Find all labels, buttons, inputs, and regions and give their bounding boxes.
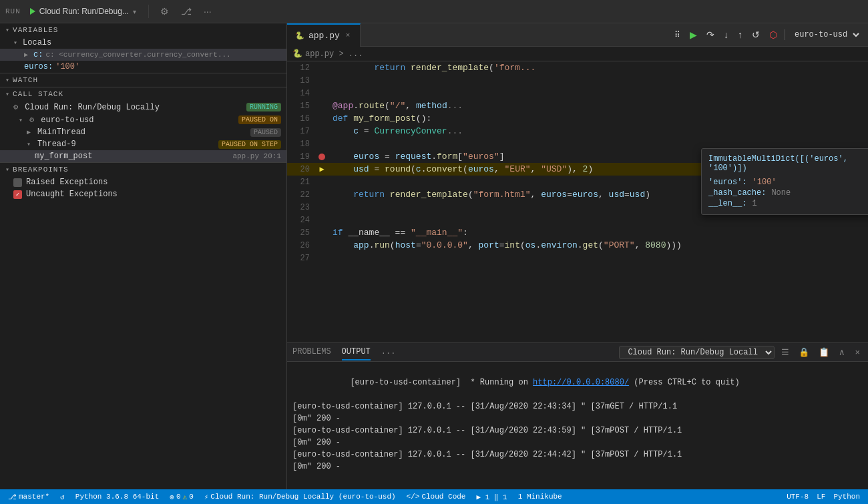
- locals-group[interactable]: ▾ Locals: [0, 37, 286, 49]
- callstack-collapse-arrow: ▾: [5, 90, 10, 98]
- run-label: RUN: [5, 7, 21, 15]
- debug-restart-button[interactable]: ↺: [748, 28, 763, 41]
- variables-collapse-arrow: ▾: [5, 26, 10, 34]
- tab-more[interactable]: ...: [381, 344, 396, 360]
- debug-step-into-button[interactable]: ↓: [720, 28, 732, 41]
- line-num-21: 21: [287, 178, 315, 187]
- c-expand-arrow: ▶: [24, 51, 28, 59]
- thread9-expand: ▾: [27, 140, 31, 148]
- run-indicator-item[interactable]: ▶ 1 ‖ 1: [473, 493, 509, 501]
- code-tag-icon: </>: [407, 493, 420, 501]
- minikube-item[interactable]: 1 Minikube: [515, 493, 565, 501]
- tab-close-button[interactable]: ×: [344, 31, 353, 40]
- output-scroll-up-button[interactable]: ∧: [836, 346, 848, 359]
- main-area: ▾ VARIABLES ▾ Locals ▶ c: c: <currency_c…: [0, 23, 868, 489]
- paused-step-badge: PAUSED ON STEP: [218, 140, 281, 149]
- euros-variable-value: '100': [55, 62, 79, 71]
- callstack-euro-usd-item[interactable]: ▾ ⚙ euro-to-usd PAUSED ON: [0, 113, 286, 126]
- line-content-12: return render_template('form...: [329, 63, 868, 73]
- chevron-down-icon: ▾: [133, 8, 136, 15]
- paused-on-badge: PAUSED ON: [238, 115, 281, 124]
- debug-continue-button[interactable]: ▶: [686, 28, 700, 41]
- tooltip-val-3: 1: [752, 199, 757, 208]
- c-variable-item[interactable]: ▶ c: c: <currency_converter.currency_con…: [0, 49, 286, 61]
- git-branch-item[interactable]: ⎇ master*: [5, 493, 52, 501]
- callstack-thread9-name: Thread-9: [37, 140, 76, 149]
- source-control-button[interactable]: ⎇: [178, 5, 195, 18]
- line-num-26: 26: [287, 241, 315, 250]
- watch-section-header[interactable]: ▾ WATCH: [0, 73, 286, 87]
- line-content-15: @app.route("/", method...: [329, 101, 868, 111]
- cloud-run-icon: ⚡: [204, 493, 209, 501]
- debug-profile-dropdown[interactable]: euro-to-usd: [789, 28, 861, 41]
- editor-tabs: 🐍 app.py × ⠿ ▶ ↷ ↓ ↑ ↺ ⬡ euro-to-usd: [287, 23, 868, 47]
- language-item[interactable]: Python: [831, 493, 863, 501]
- tab-problems[interactable]: PROBLEMS: [292, 344, 331, 360]
- encoding-item[interactable]: UTF-8: [784, 493, 811, 501]
- code-line-27: 27: [287, 252, 868, 264]
- tooltip-key-1: 'euros':: [708, 178, 747, 187]
- breadcrumb-file: app.py > ...: [305, 49, 363, 59]
- breakpoint-dot-19[interactable]: [318, 154, 325, 160]
- settings-button[interactable]: ⚙: [157, 5, 172, 18]
- line-num-19: 19: [287, 152, 315, 162]
- callstack-main-thread-item[interactable]: ▶ MainThread PAUSED: [0, 126, 286, 138]
- callstack-frame-my_form_post[interactable]: my_form_post app.py 20:1: [0, 150, 286, 162]
- line-num-15: 15: [287, 101, 315, 111]
- uncaught-exceptions-checkbox[interactable]: ✓: [13, 190, 22, 199]
- debug-grid-button[interactable]: ⠿: [671, 29, 684, 41]
- toolbar-separator: [785, 29, 785, 40]
- cloud-run-item[interactable]: ⚡ Cloud Run: Run/Debug Locally (euro-to-…: [202, 493, 399, 501]
- encoding-label: UTF-8: [787, 493, 809, 501]
- output-copy-button[interactable]: 📋: [816, 346, 832, 359]
- debug-step-over-button[interactable]: ↷: [703, 28, 718, 41]
- language-label: Python: [833, 493, 860, 501]
- code-editor[interactable]: ImmutableMultiDict([('euros', '100')]) '…: [287, 61, 868, 342]
- tab-app-py[interactable]: 🐍 app.py ×: [287, 23, 361, 47]
- euros-variable-item[interactable]: euros: '100': [0, 61, 286, 73]
- uncaught-exceptions-item[interactable]: ✓ Uncaught Exceptions: [0, 188, 286, 200]
- callstack-cloud-run-item[interactable]: ⚙ Cloud Run: Run/Debug Locally RUNNING: [0, 101, 286, 113]
- callstack-thread9-item[interactable]: ▾ Thread-9 PAUSED ON STEP: [0, 138, 286, 150]
- output-line-3: [euro-to-usd-container] 127.0.0.1 -- [31…: [292, 425, 863, 449]
- output-source-dropdown[interactable]: Cloud Run: Run/Debug Locall: [619, 346, 775, 359]
- watch-section: ▾ WATCH: [0, 73, 286, 87]
- output-close-button[interactable]: ×: [852, 346, 863, 359]
- status-right: UTF-8 LF Python: [784, 493, 863, 501]
- euros-variable-name: euros:: [24, 62, 53, 71]
- gear-icon: ⚙: [13, 102, 18, 112]
- line-num-20: 20: [287, 165, 315, 174]
- debug-stop-button[interactable]: ⬡: [766, 28, 781, 41]
- tooltip-row-1: 'euros': '100': [708, 177, 868, 188]
- debug-step-out-button[interactable]: ↑: [734, 28, 746, 41]
- git-branch-icon: ⎇: [8, 493, 17, 501]
- more-actions-button[interactable]: ···: [200, 5, 215, 18]
- line-ending-item[interactable]: LF: [814, 493, 828, 501]
- run-debug-button[interactable]: Cloud Run: Run/Debug... ▾: [26, 5, 140, 17]
- variables-section-header[interactable]: ▾ VARIABLES: [0, 23, 286, 37]
- raised-exceptions-checkbox[interactable]: [13, 178, 22, 187]
- output-line-2: [euro-to-usd-container] 127.0.0.1 -- [31…: [292, 401, 863, 425]
- breakpoints-section: ▾ BREAKPOINTS Raised Exceptions ✓ Uncaug…: [0, 162, 286, 200]
- output-lock-button[interactable]: 🔒: [796, 346, 812, 359]
- errors-item[interactable]: ⊗ 0 ⚠ 0: [167, 493, 196, 501]
- line-num-12: 12: [287, 63, 315, 73]
- python-file-icon: 🐍: [295, 31, 304, 40]
- cloud-code-item[interactable]: </> Cloud Code: [404, 493, 469, 501]
- breakpoints-section-header[interactable]: ▾ BREAKPOINTS: [0, 163, 286, 176]
- callstack-euro-usd-name: euro-to-usd: [41, 115, 93, 125]
- sync-item[interactable]: ↺: [57, 493, 67, 501]
- python-version-item[interactable]: Python 3.6.8 64-bit: [73, 493, 162, 501]
- line-content-16: def my_form_post():: [329, 113, 868, 123]
- raised-exceptions-item[interactable]: Raised Exceptions: [0, 176, 286, 188]
- tab-output[interactable]: OUTPUT: [342, 344, 371, 360]
- callstack-section-header[interactable]: ▾ CALL STACK: [0, 87, 286, 101]
- code-line-17: 17 c = CurrencyConver...: [287, 125, 868, 138]
- output-line-4: [euro-to-usd-container] 127.0.0.1 -- [31…: [292, 449, 863, 473]
- output-filter-button[interactable]: ☰: [779, 346, 792, 359]
- tooltip-key-3: __len__:: [708, 199, 747, 208]
- debug-toolbar: ⠿ ▶ ↷ ↓ ↑ ↺ ⬡ euro-to-usd: [664, 28, 868, 41]
- line-num-18: 18: [287, 140, 315, 149]
- raised-exceptions-label: Raised Exceptions: [26, 178, 107, 187]
- server-url-link[interactable]: http://0.0.0.0:8080/: [533, 378, 629, 387]
